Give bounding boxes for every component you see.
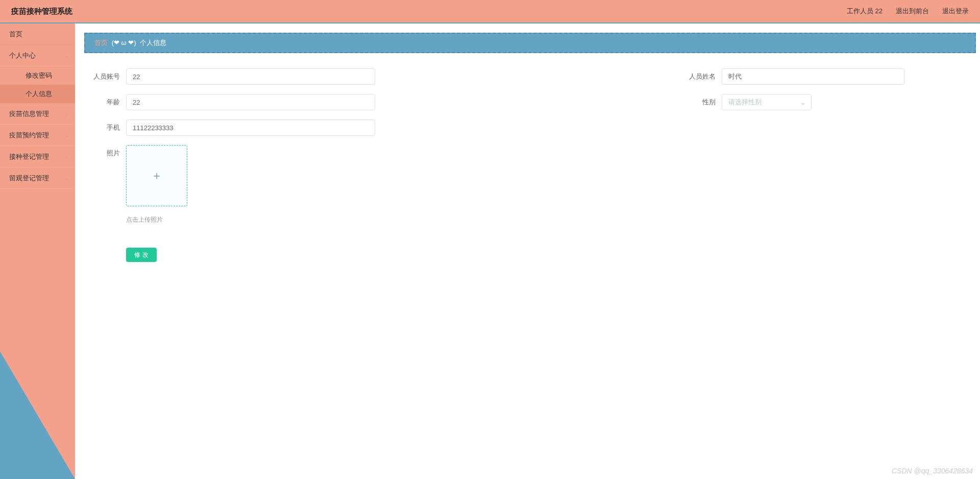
nav-home[interactable]: 首页 [0, 23, 75, 45]
nav-label: 疫苗预约管理 [9, 125, 49, 146]
nav-personal-info[interactable]: 个人信息 [0, 85, 75, 103]
breadcrumb-separator: (❤ ω ❤) [112, 39, 136, 46]
breadcrumb-home[interactable]: 首页 [94, 39, 108, 46]
nav-personal-center[interactable]: 个人中心 ⌄ [0, 45, 75, 66]
upload-hint: 点击上传照片 [126, 215, 187, 224]
chevron-down-icon: ⌄ [65, 125, 69, 146]
plus-icon: ＋ [151, 168, 162, 183]
nav-label: 留观登记管理 [9, 167, 49, 189]
photo-uploader[interactable]: ＋ [126, 145, 187, 206]
gender-placeholder: 请选择性别 [728, 98, 762, 107]
nav-label: 个人中心 [9, 45, 36, 66]
breadcrumb-current: 个人信息 [140, 39, 166, 46]
submit-button[interactable]: 修改 [126, 248, 157, 262]
logout-button[interactable]: 退出登录 [942, 7, 969, 16]
account-input[interactable] [126, 68, 375, 85]
age-label: 年龄 [89, 94, 126, 110]
chevron-down-icon: ⌄ [65, 146, 69, 167]
breadcrumb: 首页 (❤ ω ❤) 个人信息 [84, 33, 976, 53]
watermark: CSDN @qq_3306428634 [892, 467, 973, 475]
nav-label: 接种登记管理 [9, 146, 49, 167]
sidebar: 首页 个人中心 ⌄ 修改密码 个人信息 疫苗信息管理 ⌄ 疫苗预约管理 ⌄ 接种… [0, 23, 75, 479]
age-input[interactable] [126, 94, 375, 110]
nav-vaccine-info[interactable]: 疫苗信息管理 ⌄ [0, 103, 75, 125]
sidebar-decoration [0, 351, 75, 479]
name-input[interactable] [722, 68, 904, 85]
current-user[interactable]: 工作人员 22 [847, 7, 883, 16]
name-label: 人员姓名 [685, 68, 722, 85]
nav-vaccine-appointment[interactable]: 疫苗预约管理 ⌄ [0, 125, 75, 146]
chevron-down-icon: ⌄ [65, 167, 69, 189]
gender-select[interactable]: 请选择性别 ⌄ [722, 94, 812, 110]
chevron-down-icon: ⌄ [65, 103, 69, 125]
chevron-down-icon: ⌄ [65, 45, 69, 66]
nav-inoculation-register[interactable]: 接种登记管理 ⌄ [0, 146, 75, 167]
phone-label: 手机 [89, 119, 126, 136]
account-label: 人员账号 [89, 68, 126, 85]
nav-change-password[interactable]: 修改密码 [0, 66, 75, 85]
go-front-button[interactable]: 退出到前台 [896, 7, 929, 16]
chevron-down-icon: ⌄ [800, 99, 806, 106]
nav-observation-register[interactable]: 留观登记管理 ⌄ [0, 167, 75, 189]
photo-label: 照片 [89, 145, 126, 161]
top-header: 疫苗接种管理系统 工作人员 22 退出到前台 退出登录 [0, 0, 980, 23]
nav-label: 疫苗信息管理 [9, 103, 49, 125]
app-title: 疫苗接种管理系统 [11, 7, 72, 16]
phone-input[interactable] [126, 119, 375, 136]
gender-label: 性别 [685, 94, 722, 110]
